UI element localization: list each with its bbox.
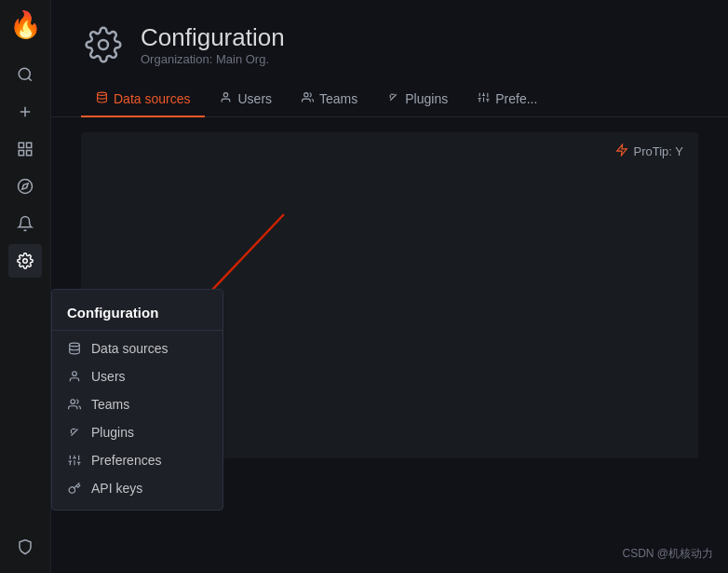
page-title: Configuration bbox=[141, 23, 285, 52]
svg-point-23 bbox=[99, 40, 108, 49]
protip-text: ProTip: Y bbox=[634, 144, 683, 158]
sidebar-item-add[interactable] bbox=[8, 95, 42, 129]
svg-point-25 bbox=[224, 93, 228, 97]
tab-teams-label: Teams bbox=[319, 91, 357, 106]
grafana-icon: 🔥 bbox=[9, 9, 42, 40]
sliders-icon bbox=[67, 454, 82, 467]
users-icon bbox=[67, 398, 82, 411]
sidebar-item-explore[interactable] bbox=[8, 170, 42, 203]
dropdown-datasources-label: Data sources bbox=[91, 341, 168, 356]
tab-plugins-icon bbox=[387, 91, 399, 106]
tab-datasources-icon bbox=[96, 91, 108, 106]
configuration-icon bbox=[81, 22, 126, 67]
tab-users[interactable]: Users bbox=[205, 82, 287, 117]
svg-point-10 bbox=[23, 259, 28, 264]
tab-teams-icon bbox=[302, 91, 314, 106]
shield-icon bbox=[17, 539, 34, 555]
sidebar-item-dashboards[interactable] bbox=[8, 132, 42, 166]
sidebar-item-search[interactable] bbox=[8, 58, 42, 91]
tab-preferences[interactable]: Prefe... bbox=[463, 82, 552, 117]
bell-icon bbox=[17, 215, 34, 232]
svg-point-13 bbox=[71, 400, 75, 404]
tab-plugins[interactable]: Plugins bbox=[372, 82, 463, 117]
sidebar-item-shield[interactable] bbox=[8, 530, 42, 564]
svg-rect-6 bbox=[19, 151, 23, 156]
svg-marker-36 bbox=[616, 144, 627, 156]
tab-teams[interactable]: Teams bbox=[287, 82, 372, 117]
watermark: CSDN @机核动力 bbox=[622, 546, 713, 562]
svg-point-0 bbox=[19, 68, 30, 79]
sidebar-logo[interactable]: 🔥 bbox=[8, 7, 42, 41]
sidebar-item-configuration[interactable] bbox=[8, 244, 42, 278]
svg-line-1 bbox=[28, 77, 31, 80]
search-icon bbox=[17, 66, 34, 83]
compass-icon bbox=[17, 178, 34, 195]
configuration-dropdown: Configuration Data sources Users Teams P… bbox=[51, 289, 223, 511]
dropdown-item-apikeys[interactable]: API keys bbox=[52, 474, 222, 502]
dropdown-apikeys-label: API keys bbox=[91, 481, 142, 496]
tab-plugins-label: Plugins bbox=[405, 91, 448, 106]
svg-point-8 bbox=[19, 180, 33, 194]
plus-icon bbox=[17, 103, 34, 120]
dropdown-item-users[interactable]: Users bbox=[52, 362, 222, 390]
gear-icon bbox=[17, 252, 34, 269]
sidebar: 🔥 bbox=[0, 0, 51, 573]
sidebar-item-alerting[interactable] bbox=[8, 207, 42, 240]
svg-point-11 bbox=[70, 343, 80, 347]
page-header: Configuration Organization: Main Org. bbox=[51, 0, 728, 67]
protip: ProTip: Y bbox=[615, 143, 683, 159]
dropdown-item-plugins[interactable]: Plugins bbox=[52, 418, 222, 446]
protip-icon bbox=[615, 143, 628, 159]
grid-icon bbox=[17, 141, 34, 157]
tab-preferences-icon bbox=[478, 91, 490, 106]
dropdown-teams-label: Teams bbox=[91, 397, 129, 412]
tab-users-label: Users bbox=[237, 91, 272, 106]
dropdown-header: Configuration bbox=[52, 297, 222, 331]
dropdown-item-datasources[interactable]: Data sources bbox=[52, 334, 222, 362]
plug-icon bbox=[67, 426, 82, 439]
dropdown-plugins-label: Plugins bbox=[91, 425, 134, 440]
tab-datasources-label: Data sources bbox=[114, 91, 190, 106]
dropdown-preferences-label: Preferences bbox=[91, 453, 161, 468]
svg-rect-7 bbox=[27, 151, 32, 156]
page-header-text: Configuration Organization: Main Org. bbox=[141, 23, 285, 66]
svg-marker-9 bbox=[22, 184, 28, 189]
user-icon bbox=[67, 370, 82, 383]
database-icon bbox=[67, 342, 82, 355]
key-icon bbox=[67, 482, 82, 495]
tab-users-icon bbox=[220, 91, 232, 106]
dropdown-item-preferences[interactable]: Preferences bbox=[52, 446, 222, 474]
tab-preferences-label: Prefe... bbox=[495, 91, 537, 106]
svg-point-26 bbox=[304, 93, 308, 97]
page-subtitle: Organization: Main Org. bbox=[141, 52, 285, 66]
svg-rect-5 bbox=[27, 143, 32, 147]
svg-point-24 bbox=[98, 92, 107, 95]
svg-rect-4 bbox=[19, 143, 23, 147]
tab-datasources[interactable]: Data sources bbox=[81, 82, 205, 117]
dropdown-users-label: Users bbox=[91, 369, 126, 384]
tabs-bar: Data sources Users Teams Plugins Prefe..… bbox=[51, 82, 728, 117]
svg-point-12 bbox=[73, 372, 77, 376]
dropdown-item-teams[interactable]: Teams bbox=[52, 390, 222, 418]
